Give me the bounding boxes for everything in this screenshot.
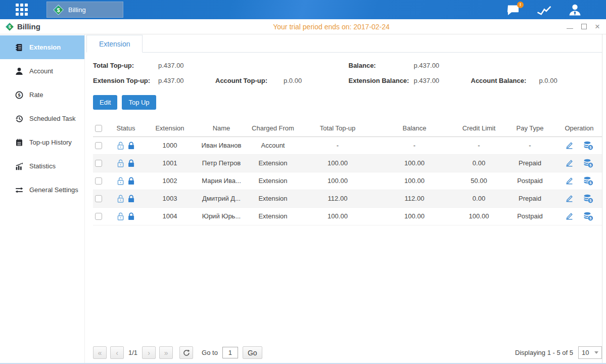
lock-icon <box>127 141 135 150</box>
cell-extension: 1000 <box>142 136 198 154</box>
account-topup-label: Account Top-up: <box>215 77 284 84</box>
cell-name: Юрий Юрь... <box>198 207 245 225</box>
sidebar-item-scheduled-task[interactable]: Scheduled Task <box>0 107 84 130</box>
topup-coins-icon[interactable]: $ <box>583 194 593 203</box>
last-page-button[interactable]: » <box>159 346 173 359</box>
summary-right: Balance: p.437.00 Extension Balance: p.4… <box>349 62 602 92</box>
first-page-button[interactable]: « <box>93 346 107 359</box>
total-topup-value: p.437.00 <box>158 62 215 69</box>
cell-extension: 1004 <box>142 207 198 225</box>
extension-table: Status Extension Name Charged From Total… <box>93 120 602 225</box>
unlock-icon <box>116 159 125 168</box>
topup-coins-icon[interactable]: $ <box>583 141 593 150</box>
edit-pencil-icon[interactable] <box>565 159 574 167</box>
sidebar-item-general-settings[interactable]: General Settings <box>0 178 84 202</box>
cell-balance: 100.00 <box>375 207 454 225</box>
action-buttons: Edit Top Up <box>93 95 602 110</box>
summary-left: Total Top-up: p.437.00 Extension Top-up:… <box>93 62 349 92</box>
sliders-icon <box>15 186 23 194</box>
refresh-button[interactable] <box>179 346 193 359</box>
select-all-checkbox[interactable] <box>95 125 102 132</box>
cell-extension: 1002 <box>142 172 198 190</box>
extension-balance-value: p.437.00 <box>414 77 471 84</box>
displaying-text: Displaying 1 - 5 of 5 <box>515 349 573 356</box>
account-topup-value: p.0.00 <box>284 77 349 84</box>
cell-pay-type: Postpaid <box>503 207 556 225</box>
cell-status <box>110 136 142 154</box>
minimize-icon[interactable] <box>567 25 573 29</box>
window-title-label: Billing <box>17 22 40 31</box>
table-header-row: Status Extension Name Charged From Total… <box>93 120 602 136</box>
edit-pencil-icon[interactable] <box>565 141 574 150</box>
tab-extension[interactable]: Extension <box>86 35 143 53</box>
titlebar: $ Billing Your trial period ends on: 201… <box>0 19 606 34</box>
prev-page-button[interactable]: ‹ <box>110 346 124 359</box>
monitor-chart-icon[interactable] <box>536 4 552 16</box>
sidebar-item-topup-history[interactable]: Top-up History <box>0 130 84 154</box>
row-checkbox[interactable] <box>95 160 102 167</box>
edit-pencil-icon[interactable] <box>565 194 574 203</box>
unlock-icon <box>116 212 125 221</box>
cell-extension: 1003 <box>142 190 198 207</box>
cell-balance: - <box>375 136 454 154</box>
edit-button[interactable]: Edit <box>93 95 117 110</box>
cell-pay-type: Postpaid <box>503 172 556 190</box>
col-extension: Extension <box>142 120 198 136</box>
summary-section: Total Top-up: p.437.00 Extension Top-up:… <box>93 62 602 92</box>
cell-balance: 112.00 <box>375 190 454 207</box>
cell-total-topup: - <box>301 136 375 154</box>
lock-icon <box>127 212 135 221</box>
billing-diamond-icon: $ <box>53 5 64 15</box>
row-checkbox[interactable] <box>95 142 102 149</box>
unlock-icon <box>116 194 125 203</box>
balance-value: p.437.00 <box>414 62 471 69</box>
row-checkbox[interactable] <box>95 177 102 185</box>
col-operation: Operation <box>556 120 602 136</box>
sidebar-item-extension[interactable]: Extension <box>0 35 84 59</box>
chat-notification-icon[interactable]: ! <box>506 4 520 16</box>
edit-pencil-icon[interactable] <box>565 176 574 185</box>
next-page-button[interactable]: › <box>142 346 156 359</box>
sidebar-item-rate[interactable]: $ Rate <box>0 83 84 107</box>
maximize-icon[interactable] <box>581 24 587 29</box>
dollar-circle-icon: $ <box>15 91 23 99</box>
extension-topup-value: p.437.00 <box>158 77 215 84</box>
row-checkbox[interactable] <box>95 195 102 202</box>
billing-app-tab[interactable]: $ Billing <box>46 2 123 18</box>
extension-balance-label: Extension Balance: <box>349 77 414 84</box>
unlock-icon <box>116 176 125 186</box>
topup-coins-icon[interactable]: $ <box>583 176 593 186</box>
col-status: Status <box>110 120 142 136</box>
sidebar-item-label: Statistics <box>29 162 56 170</box>
go-button[interactable]: Go <box>243 346 262 359</box>
page-size-select[interactable]: 10 <box>578 346 602 359</box>
refresh-icon <box>183 349 190 356</box>
cell-pay-type: Prepaid <box>503 154 556 172</box>
cell-credit-limit: 0.00 <box>454 190 503 207</box>
col-balance: Balance <box>375 120 454 136</box>
cell-status <box>110 207 142 225</box>
top-up-button[interactable]: Top Up <box>122 95 156 110</box>
pagination-bar: « ‹ 1/1 › » Go to Go Displaying 1 - 5 of… <box>93 346 602 359</box>
col-name: Name <box>198 120 245 136</box>
account-balance-label: Account Balance: <box>471 77 539 84</box>
sidebar-item-label: Scheduled Task <box>29 115 76 122</box>
sidebar-item-account[interactable]: Account <box>0 59 84 83</box>
sidebar-item-statistics[interactable]: Statistics <box>0 154 84 178</box>
cell-balance: 100.00 <box>375 172 454 190</box>
row-checkbox[interactable] <box>95 213 102 220</box>
chevron-down-icon <box>594 351 598 354</box>
cell-charged-from: Extension <box>245 207 301 225</box>
apps-grid-icon[interactable] <box>16 4 28 16</box>
goto-page-input[interactable] <box>222 347 238 358</box>
cell-charged-from: Extension <box>245 154 301 172</box>
sidebar-item-label: Top-up History <box>29 139 72 146</box>
topup-coins-icon[interactable]: $ <box>583 159 593 168</box>
goto-label: Go to <box>202 349 218 356</box>
topup-coins-icon[interactable]: $ <box>583 212 593 221</box>
col-charged-from: Charged From <box>245 120 301 136</box>
cell-status <box>110 172 142 190</box>
edit-pencil-icon[interactable] <box>565 212 574 220</box>
user-icon[interactable] <box>568 4 582 16</box>
close-icon[interactable]: × <box>595 23 600 30</box>
